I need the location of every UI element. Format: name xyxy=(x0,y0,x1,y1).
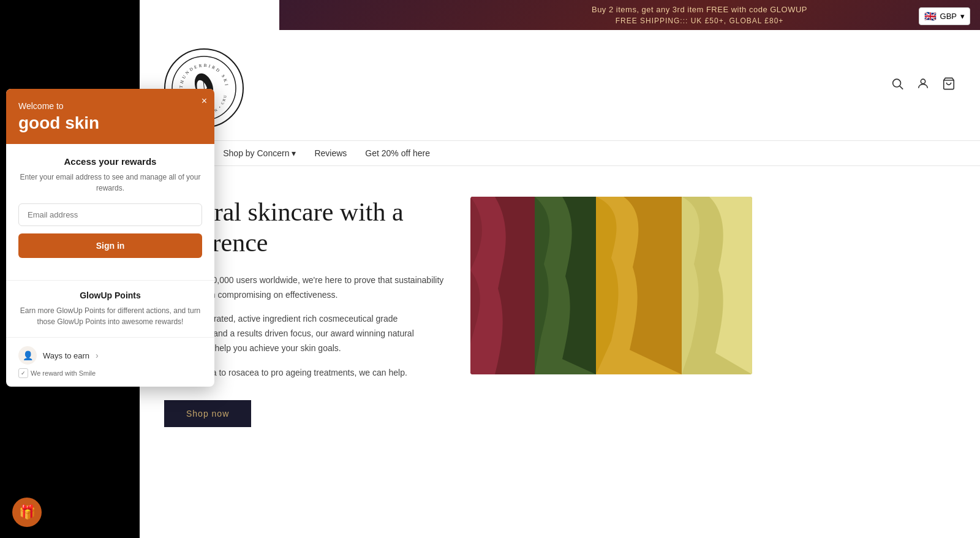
hero-image xyxy=(470,197,752,374)
access-desc: Enter your email address to see and mana… xyxy=(18,172,202,194)
svg-point-8 xyxy=(921,79,925,83)
hero-section: Natural skincare with a difference With … xyxy=(140,166,980,445)
main-area: Buy 2 items, get any 3rd item FREE with … xyxy=(140,0,980,538)
smile-check-icon: ✓ xyxy=(18,368,28,378)
announcement-bar: Buy 2 items, get any 3rd item FREE with … xyxy=(279,0,980,30)
announcement-line1: Buy 2 items, get any 3rd item FREE with … xyxy=(292,5,980,14)
navigation: Products ▾ Shop by Concern ▾ Reviews Get… xyxy=(140,141,980,166)
access-title: Access your rewards xyxy=(18,156,202,167)
popup-header: Welcome to good skin × xyxy=(6,89,214,144)
popup-close-button[interactable]: × xyxy=(202,96,207,106)
welcome-label: Welcome to xyxy=(18,101,202,111)
header-icons xyxy=(891,77,956,94)
signin-button[interactable]: Sign in xyxy=(18,233,202,258)
email-input[interactable] xyxy=(18,203,202,226)
glowup-desc: Earn more GlowUp Points for different ac… xyxy=(18,305,202,327)
chevron-down-icon: ▾ xyxy=(292,148,296,158)
popup-divider xyxy=(6,280,214,281)
announcement-line2: FREE SHIPPING::: UK £50+, GLOBAL £80+ xyxy=(292,17,980,25)
shop-now-button[interactable]: Shop now xyxy=(164,400,251,427)
svg-line-7 xyxy=(900,86,903,89)
rewards-popup: Welcome to good skin × Access your rewar… xyxy=(6,89,214,387)
nav-shop-by-concern[interactable]: Shop by Concern ▾ xyxy=(223,148,296,158)
flag-icon: 🇬🇧 xyxy=(924,10,937,22)
brand-label: good skin xyxy=(18,113,202,133)
glowup-title: GlowUp Points xyxy=(18,290,202,300)
smile-badge: ✓ We reward with Smile xyxy=(18,368,202,378)
currency-arrow: ▾ xyxy=(960,12,965,21)
nav-discount[interactable]: Get 20% off here xyxy=(365,148,430,158)
popup-body: Access your rewards Enter your email add… xyxy=(6,144,214,270)
svg-rect-15 xyxy=(470,197,752,374)
ways-to-earn-row[interactable]: 👤 Ways to earn › xyxy=(18,346,202,365)
cart-icon[interactable] xyxy=(942,77,956,94)
account-icon[interactable] xyxy=(916,77,930,94)
svg-point-6 xyxy=(893,79,901,87)
smile-label: We reward with Smile xyxy=(31,369,96,377)
gift-icon: 🎁 xyxy=(19,504,36,520)
currency-selector[interactable]: 🇬🇧 GBP ▾ xyxy=(919,7,970,25)
currency-label: GBP xyxy=(940,12,957,21)
header: THUNDERBIRD SKIN NATURAL • VEGAN • CRUEL… xyxy=(140,30,980,141)
search-icon[interactable] xyxy=(891,77,904,94)
popup-footer: 👤 Ways to earn › ✓ We reward with Smile xyxy=(6,337,214,387)
earn-icon: 👤 xyxy=(18,346,37,365)
nav-reviews[interactable]: Reviews xyxy=(314,148,347,158)
glowup-section: GlowUp Points Earn more GlowUp Points fo… xyxy=(6,290,214,337)
earn-arrow-icon: › xyxy=(96,350,99,360)
gift-float-button[interactable]: 🎁 xyxy=(12,498,42,527)
ways-to-earn-label: Ways to earn xyxy=(43,351,89,360)
